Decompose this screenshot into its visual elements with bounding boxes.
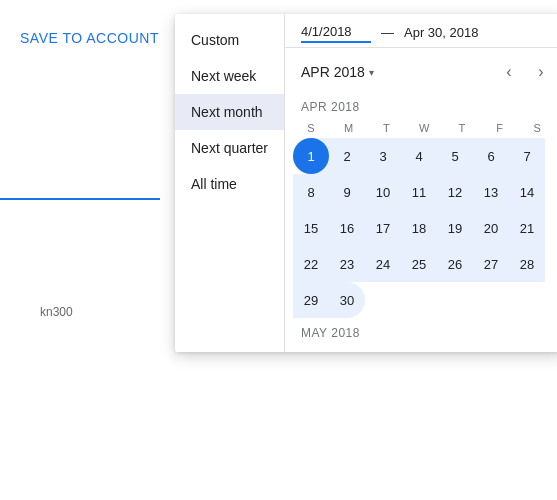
day-apr-14[interactable]: 14 bbox=[509, 174, 545, 210]
day-apr-16[interactable]: 16 bbox=[329, 210, 365, 246]
bg-label-1: kn300 bbox=[40, 305, 73, 319]
day-apr-8[interactable]: 8 bbox=[293, 174, 329, 210]
day-apr-25[interactable]: 25 bbox=[401, 246, 437, 282]
day-apr-23[interactable]: 23 bbox=[329, 246, 365, 282]
day-empty-5 bbox=[509, 282, 545, 318]
month-title-text: APR 2018 bbox=[301, 64, 365, 80]
day-apr-9[interactable]: 9 bbox=[329, 174, 365, 210]
weekday-sat: S bbox=[519, 118, 555, 138]
date-picker-dropdown: Custom Next week Next month Next quarter… bbox=[175, 14, 557, 352]
month-navigation: APR 2018 ▾ ‹ › bbox=[285, 48, 557, 92]
weekday-wed: W bbox=[406, 118, 442, 138]
next-month-button[interactable]: › bbox=[525, 56, 557, 88]
apr-week-4: 22 23 24 25 26 27 28 bbox=[293, 246, 557, 282]
day-apr-6[interactable]: 6 bbox=[473, 138, 509, 174]
apr-month-label: APR 2018 bbox=[293, 92, 557, 118]
day-apr-3[interactable]: 3 bbox=[365, 138, 401, 174]
calendar-panel: — Apr 30, 2018 APR 2018 ▾ ‹ › APR 2018 S… bbox=[285, 14, 557, 352]
menu-item-next-month[interactable]: Next month bbox=[175, 94, 284, 130]
day-apr-13[interactable]: 13 bbox=[473, 174, 509, 210]
may-month-label: MAY 2018 bbox=[293, 318, 557, 344]
bg-line-1 bbox=[0, 198, 160, 200]
menu-item-custom[interactable]: Custom bbox=[175, 22, 284, 58]
date-range-header: — Apr 30, 2018 bbox=[285, 14, 557, 48]
month-dropdown-arrow: ▾ bbox=[369, 67, 374, 78]
day-apr-30[interactable]: 30 bbox=[329, 282, 365, 318]
day-apr-27[interactable]: 27 bbox=[473, 246, 509, 282]
day-apr-22[interactable]: 22 bbox=[293, 246, 329, 282]
day-apr-5[interactable]: 5 bbox=[437, 138, 473, 174]
day-apr-4-inner: 4 bbox=[401, 138, 437, 174]
day-apr-17[interactable]: 17 bbox=[365, 210, 401, 246]
date-separator: — bbox=[375, 25, 400, 40]
menu-item-next-quarter[interactable]: Next quarter bbox=[175, 130, 284, 166]
apr-week-1: 1 2 3 4 5 6 7 bbox=[293, 138, 557, 174]
day-apr-11[interactable]: 11 bbox=[401, 174, 437, 210]
day-apr-2[interactable]: 2 bbox=[329, 138, 365, 174]
menu-item-next-week[interactable]: Next week bbox=[175, 58, 284, 94]
apr-week-5: 29 30 bbox=[293, 282, 557, 318]
day-apr-20[interactable]: 20 bbox=[473, 210, 509, 246]
calendar-grid: APR 2018 S M T W T F S 1 2 3 bbox=[285, 92, 557, 352]
day-apr-1-inner: 1 bbox=[293, 138, 329, 174]
weekday-tue: T bbox=[368, 118, 404, 138]
menu-item-all-time[interactable]: All time bbox=[175, 166, 284, 202]
weekday-thu: T bbox=[444, 118, 480, 138]
day-apr-29[interactable]: 29 bbox=[293, 282, 329, 318]
date-range-menu: Custom Next week Next month Next quarter… bbox=[175, 14, 285, 352]
day-apr-19[interactable]: 19 bbox=[437, 210, 473, 246]
day-apr-6-inner: 6 bbox=[473, 138, 509, 174]
day-apr-2-inner: 2 bbox=[329, 138, 365, 174]
day-apr-5-inner: 5 bbox=[437, 138, 473, 174]
day-apr-7-inner: 7 bbox=[509, 138, 545, 174]
day-apr-21[interactable]: 21 bbox=[509, 210, 545, 246]
save-to-account-button[interactable]: SAVE TO ACCOUNT bbox=[20, 30, 159, 46]
day-empty-4 bbox=[473, 282, 509, 318]
day-apr-4[interactable]: 4 bbox=[401, 138, 437, 174]
day-apr-10[interactable]: 10 bbox=[365, 174, 401, 210]
day-apr-18[interactable]: 18 bbox=[401, 210, 437, 246]
weekday-sun: S bbox=[293, 118, 329, 138]
prev-month-button[interactable]: ‹ bbox=[493, 56, 525, 88]
start-date-input[interactable] bbox=[301, 22, 371, 43]
day-apr-28[interactable]: 28 bbox=[509, 246, 545, 282]
day-empty-2 bbox=[401, 282, 437, 318]
day-apr-24[interactable]: 24 bbox=[365, 246, 401, 282]
day-empty-1 bbox=[365, 282, 401, 318]
apr-week-3: 15 16 17 18 19 20 21 bbox=[293, 210, 557, 246]
weekday-fri: F bbox=[482, 118, 518, 138]
apr-week-2: 8 9 10 11 12 13 14 bbox=[293, 174, 557, 210]
weekday-mon: M bbox=[331, 118, 367, 138]
day-apr-26[interactable]: 26 bbox=[437, 246, 473, 282]
day-apr-3-inner: 3 bbox=[365, 138, 401, 174]
weekday-headers: S M T W T F S bbox=[293, 118, 557, 138]
day-apr-12[interactable]: 12 bbox=[437, 174, 473, 210]
month-title[interactable]: APR 2018 ▾ bbox=[301, 64, 493, 80]
day-apr-1[interactable]: 1 bbox=[293, 138, 329, 174]
day-empty-3 bbox=[437, 282, 473, 318]
day-apr-7[interactable]: 7 bbox=[509, 138, 545, 174]
day-apr-15[interactable]: 15 bbox=[293, 210, 329, 246]
end-date-display: Apr 30, 2018 bbox=[404, 23, 478, 42]
